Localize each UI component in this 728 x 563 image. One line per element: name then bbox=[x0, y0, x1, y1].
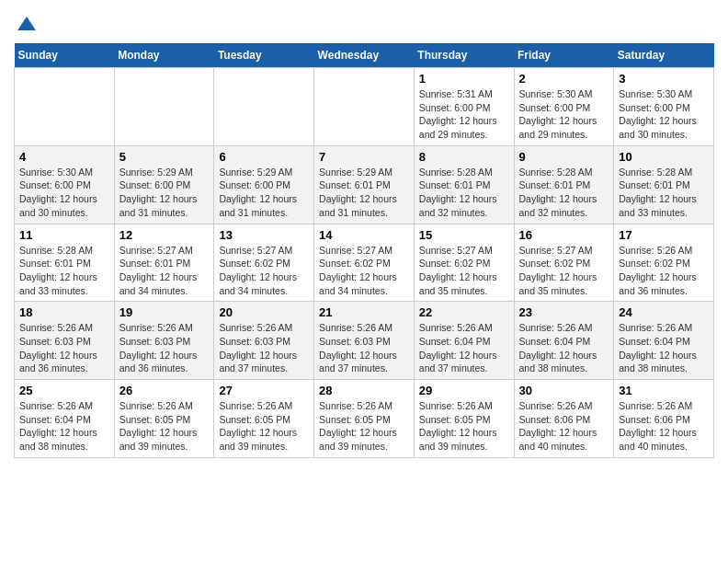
day-number: 14 bbox=[319, 228, 409, 242]
day-info: Sunrise: 5:26 AM Sunset: 6:02 PM Dayligh… bbox=[619, 244, 709, 298]
calendar-cell: 21Sunrise: 5:26 AM Sunset: 6:03 PM Dayli… bbox=[314, 302, 415, 380]
header-day-monday: Monday bbox=[114, 43, 214, 68]
day-number: 19 bbox=[119, 305, 210, 319]
calendar-cell: 20Sunrise: 5:26 AM Sunset: 6:03 PM Dayli… bbox=[214, 302, 314, 380]
day-number: 17 bbox=[619, 228, 709, 242]
calendar-cell: 15Sunrise: 5:27 AM Sunset: 6:02 PM Dayli… bbox=[414, 224, 514, 302]
day-number: 23 bbox=[519, 305, 609, 319]
calendar-cell: 5Sunrise: 5:29 AM Sunset: 6:00 PM Daylig… bbox=[114, 145, 214, 224]
day-number: 27 bbox=[219, 384, 309, 397]
calendar-cell: 6Sunrise: 5:29 AM Sunset: 6:00 PM Daylig… bbox=[214, 145, 314, 224]
day-number: 6 bbox=[219, 150, 309, 164]
calendar-cell: 11Sunrise: 5:28 AM Sunset: 6:01 PM Dayli… bbox=[15, 224, 115, 302]
calendar-table: SundayMondayTuesdayWednesdayThursdayFrid… bbox=[14, 43, 714, 458]
day-info: Sunrise: 5:26 AM Sunset: 6:03 PM Dayligh… bbox=[319, 321, 409, 375]
day-number: 20 bbox=[219, 305, 309, 319]
day-info: Sunrise: 5:27 AM Sunset: 6:02 PM Dayligh… bbox=[519, 244, 609, 298]
day-info: Sunrise: 5:27 AM Sunset: 6:02 PM Dayligh… bbox=[419, 244, 509, 298]
day-info: Sunrise: 5:26 AM Sunset: 6:04 PM Dayligh… bbox=[519, 321, 609, 375]
day-number: 29 bbox=[419, 384, 509, 397]
day-info: Sunrise: 5:26 AM Sunset: 6:06 PM Dayligh… bbox=[619, 399, 709, 454]
day-info: Sunrise: 5:26 AM Sunset: 6:04 PM Dayligh… bbox=[619, 321, 709, 375]
calendar-week-row: 11Sunrise: 5:28 AM Sunset: 6:01 PM Dayli… bbox=[15, 224, 714, 302]
calendar-week-row: 25Sunrise: 5:26 AM Sunset: 6:04 PM Dayli… bbox=[15, 380, 714, 458]
day-info: Sunrise: 5:28 AM Sunset: 6:01 PM Dayligh… bbox=[519, 166, 609, 220]
day-info: Sunrise: 5:26 AM Sunset: 6:05 PM Dayligh… bbox=[119, 399, 210, 454]
day-number: 4 bbox=[19, 150, 109, 164]
header-day-friday: Friday bbox=[514, 43, 614, 68]
day-info: Sunrise: 5:27 AM Sunset: 6:01 PM Dayligh… bbox=[119, 244, 210, 298]
calendar-cell bbox=[15, 68, 115, 146]
day-number: 15 bbox=[419, 228, 509, 242]
logo bbox=[14, 14, 38, 36]
calendar-cell: 13Sunrise: 5:27 AM Sunset: 6:02 PM Dayli… bbox=[214, 224, 314, 302]
calendar-cell: 3Sunrise: 5:30 AM Sunset: 6:00 PM Daylig… bbox=[614, 68, 714, 146]
day-number: 8 bbox=[419, 150, 509, 164]
day-info: Sunrise: 5:26 AM Sunset: 6:03 PM Dayligh… bbox=[19, 321, 109, 375]
calendar-header-row: SundayMondayTuesdayWednesdayThursdayFrid… bbox=[15, 43, 714, 68]
day-number: 12 bbox=[119, 228, 210, 242]
calendar-cell: 19Sunrise: 5:26 AM Sunset: 6:03 PM Dayli… bbox=[114, 302, 214, 380]
day-number: 31 bbox=[619, 384, 709, 397]
day-number: 1 bbox=[419, 72, 509, 86]
day-number: 16 bbox=[519, 228, 609, 242]
calendar-cell: 10Sunrise: 5:28 AM Sunset: 6:01 PM Dayli… bbox=[614, 145, 714, 224]
calendar-cell: 28Sunrise: 5:26 AM Sunset: 6:05 PM Dayli… bbox=[314, 380, 415, 458]
day-number: 9 bbox=[519, 150, 609, 164]
day-number: 18 bbox=[19, 305, 109, 319]
calendar-cell: 27Sunrise: 5:26 AM Sunset: 6:05 PM Dayli… bbox=[214, 380, 314, 458]
day-info: Sunrise: 5:29 AM Sunset: 6:00 PM Dayligh… bbox=[219, 166, 309, 220]
day-number: 5 bbox=[119, 150, 210, 164]
day-info: Sunrise: 5:27 AM Sunset: 6:02 PM Dayligh… bbox=[319, 244, 409, 298]
calendar-cell: 4Sunrise: 5:30 AM Sunset: 6:00 PM Daylig… bbox=[15, 145, 115, 224]
day-info: Sunrise: 5:26 AM Sunset: 6:04 PM Dayligh… bbox=[419, 321, 509, 375]
svg-marker-0 bbox=[17, 17, 36, 30]
day-number: 3 bbox=[619, 72, 709, 86]
day-number: 28 bbox=[319, 384, 409, 397]
day-info: Sunrise: 5:30 AM Sunset: 6:00 PM Dayligh… bbox=[519, 87, 609, 142]
calendar-cell: 16Sunrise: 5:27 AM Sunset: 6:02 PM Dayli… bbox=[514, 224, 614, 302]
day-info: Sunrise: 5:28 AM Sunset: 6:01 PM Dayligh… bbox=[19, 244, 109, 298]
calendar-cell: 8Sunrise: 5:28 AM Sunset: 6:01 PM Daylig… bbox=[414, 145, 514, 224]
calendar-cell: 24Sunrise: 5:26 AM Sunset: 6:04 PM Dayli… bbox=[614, 302, 714, 380]
calendar-cell: 25Sunrise: 5:26 AM Sunset: 6:04 PM Dayli… bbox=[15, 380, 115, 458]
day-info: Sunrise: 5:26 AM Sunset: 6:06 PM Dayligh… bbox=[519, 399, 609, 454]
calendar-cell: 7Sunrise: 5:29 AM Sunset: 6:01 PM Daylig… bbox=[314, 145, 415, 224]
day-number: 22 bbox=[419, 305, 509, 319]
calendar-cell bbox=[114, 68, 214, 146]
calendar-week-row: 18Sunrise: 5:26 AM Sunset: 6:03 PM Dayli… bbox=[15, 302, 714, 380]
day-number: 26 bbox=[119, 384, 210, 397]
header-day-saturday: Saturday bbox=[614, 43, 714, 68]
day-info: Sunrise: 5:26 AM Sunset: 6:04 PM Dayligh… bbox=[19, 399, 109, 454]
logo-icon bbox=[16, 14, 38, 36]
header-day-thursday: Thursday bbox=[414, 43, 514, 68]
calendar-cell: 14Sunrise: 5:27 AM Sunset: 6:02 PM Dayli… bbox=[314, 224, 415, 302]
day-info: Sunrise: 5:26 AM Sunset: 6:03 PM Dayligh… bbox=[219, 321, 309, 375]
header-day-sunday: Sunday bbox=[15, 43, 115, 68]
calendar-cell: 30Sunrise: 5:26 AM Sunset: 6:06 PM Dayli… bbox=[514, 380, 614, 458]
day-number: 10 bbox=[619, 150, 709, 164]
day-number: 21 bbox=[319, 305, 409, 319]
day-number: 24 bbox=[619, 305, 709, 319]
calendar-body: 1Sunrise: 5:31 AM Sunset: 6:00 PM Daylig… bbox=[15, 68, 714, 458]
calendar-cell: 12Sunrise: 5:27 AM Sunset: 6:01 PM Dayli… bbox=[114, 224, 214, 302]
day-info: Sunrise: 5:30 AM Sunset: 6:00 PM Dayligh… bbox=[19, 166, 109, 220]
day-info: Sunrise: 5:29 AM Sunset: 6:01 PM Dayligh… bbox=[319, 166, 409, 220]
day-info: Sunrise: 5:30 AM Sunset: 6:00 PM Dayligh… bbox=[619, 87, 709, 142]
calendar-week-row: 4Sunrise: 5:30 AM Sunset: 6:00 PM Daylig… bbox=[15, 145, 714, 224]
day-number: 13 bbox=[219, 228, 309, 242]
day-info: Sunrise: 5:28 AM Sunset: 6:01 PM Dayligh… bbox=[419, 166, 509, 220]
calendar-cell: 17Sunrise: 5:26 AM Sunset: 6:02 PM Dayli… bbox=[614, 224, 714, 302]
header bbox=[14, 14, 714, 36]
calendar-cell: 18Sunrise: 5:26 AM Sunset: 6:03 PM Dayli… bbox=[15, 302, 115, 380]
day-info: Sunrise: 5:29 AM Sunset: 6:00 PM Dayligh… bbox=[119, 166, 210, 220]
day-info: Sunrise: 5:26 AM Sunset: 6:03 PM Dayligh… bbox=[119, 321, 210, 375]
header-day-tuesday: Tuesday bbox=[214, 43, 314, 68]
header-day-wednesday: Wednesday bbox=[314, 43, 415, 68]
day-info: Sunrise: 5:31 AM Sunset: 6:00 PM Dayligh… bbox=[419, 87, 509, 142]
calendar-cell: 1Sunrise: 5:31 AM Sunset: 6:00 PM Daylig… bbox=[414, 68, 514, 146]
day-info: Sunrise: 5:26 AM Sunset: 6:05 PM Dayligh… bbox=[419, 399, 509, 454]
day-info: Sunrise: 5:28 AM Sunset: 6:01 PM Dayligh… bbox=[619, 166, 709, 220]
calendar-cell: 26Sunrise: 5:26 AM Sunset: 6:05 PM Dayli… bbox=[114, 380, 214, 458]
day-number: 11 bbox=[19, 228, 109, 242]
